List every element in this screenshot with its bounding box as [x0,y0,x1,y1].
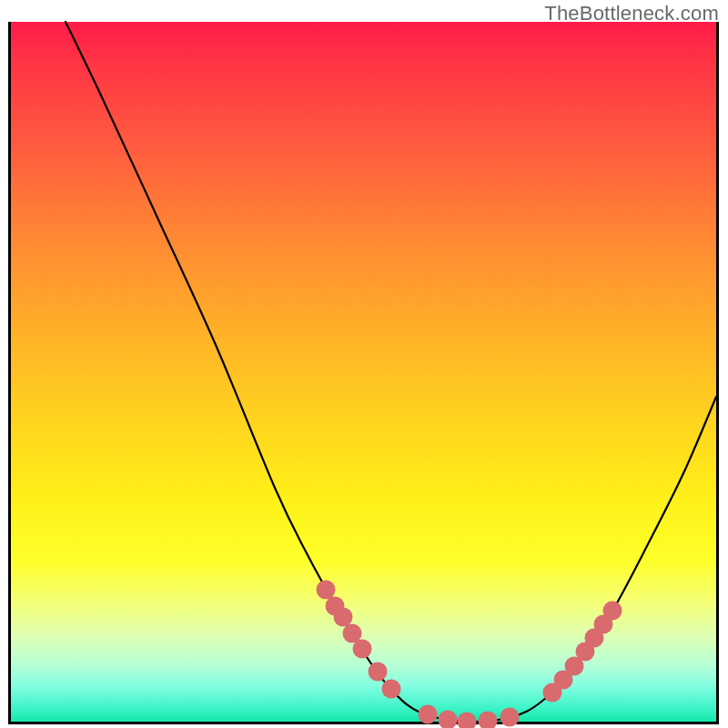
highlight-dot [479,712,498,729]
highlight-dot [317,581,336,600]
highlight-dot [500,708,520,727]
highlight-dot [419,705,438,724]
highlight-dot [382,680,401,699]
highlight-dot [439,711,458,729]
highlight-dot [353,640,372,659]
curve-svg [11,22,716,722]
highlight-dot [458,713,477,729]
highlight-dot [334,608,353,627]
chart-stage: TheBottleneck.com [0,0,728,728]
marker-group [317,581,622,729]
plot-frame [8,22,719,724]
highlight-dot [369,662,388,682]
highlight-dot [603,602,622,621]
